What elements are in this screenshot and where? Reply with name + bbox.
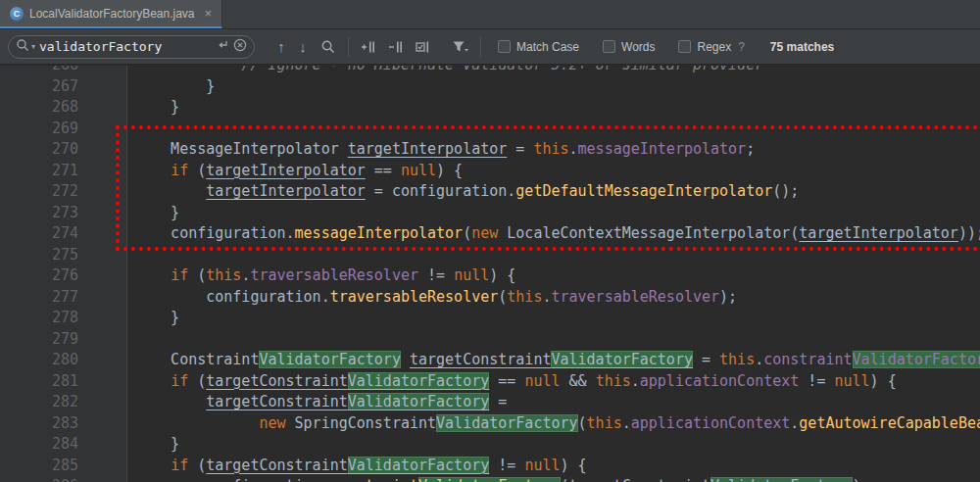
line-number[interactable]: 280 bbox=[0, 350, 78, 371]
code-text: } bbox=[78, 434, 179, 456]
line-number[interactable]: 266 bbox=[0, 66, 78, 76]
words-checkbox[interactable]: Words bbox=[603, 40, 655, 54]
checkbox-label: Words bbox=[621, 40, 655, 54]
toolbar-separator bbox=[348, 37, 349, 57]
code-line[interactable]: 266 // Ignore - no Hibernate Validator 5… bbox=[0, 66, 980, 76]
search-match: ValidatorFactory bbox=[259, 351, 401, 368]
code-text bbox=[78, 245, 135, 266]
editor-tab[interactable]: C LocalValidatorFactoryBean.java × bbox=[0, 0, 222, 28]
line-number[interactable]: 284 bbox=[0, 434, 78, 456]
regex-help-icon[interactable]: ? bbox=[738, 40, 745, 54]
line-number[interactable]: 268 bbox=[0, 97, 78, 119]
code-line[interactable]: 279 bbox=[0, 329, 980, 351]
line-number[interactable]: 279 bbox=[0, 329, 78, 351]
code-text: new SpringConstraintValidatorFactory(thi… bbox=[78, 413, 980, 435]
code-text: configuration.traversableResolver(this.t… bbox=[78, 287, 737, 309]
remove-occurrence-icon[interactable] bbox=[385, 36, 407, 58]
code-line[interactable]: 281 if (targetConstraintValidatorFactory… bbox=[0, 371, 980, 393]
code-line[interactable]: 276 if (this.traversableResolver != null… bbox=[0, 265, 980, 287]
find-bar: ▾ ↑ ↓ Match Cas bbox=[0, 29, 980, 65]
filter-icon[interactable] bbox=[450, 36, 471, 58]
clear-search-icon[interactable] bbox=[233, 38, 247, 56]
code-line[interactable]: 278 } bbox=[0, 308, 980, 329]
checkbox-label: Regex bbox=[697, 40, 731, 54]
code-text: ConstraintValidatorFactory targetConstra… bbox=[78, 350, 980, 371]
next-occurrence-button[interactable]: ↓ bbox=[292, 36, 314, 58]
search-match: ValidatorFactory bbox=[710, 477, 853, 482]
line-number[interactable]: 270 bbox=[0, 139, 78, 161]
search-match: ValidatorFactory bbox=[551, 351, 693, 368]
code-line[interactable]: 274 configuration.messageInterpolator(ne… bbox=[0, 223, 980, 245]
code-line[interactable]: 272 targetInterpolator = configuration.g… bbox=[0, 181, 980, 203]
line-number[interactable]: 271 bbox=[0, 161, 78, 182]
line-number[interactable]: 277 bbox=[0, 287, 78, 309]
checkbox-label: Match Case bbox=[516, 40, 579, 54]
code-line[interactable]: 275 bbox=[0, 245, 980, 266]
line-number[interactable]: 274 bbox=[0, 223, 78, 245]
code-text: configuration.messageInterpolator(new Lo… bbox=[78, 223, 980, 245]
line-number[interactable]: 276 bbox=[0, 265, 78, 287]
search-field[interactable]: ▾ bbox=[8, 35, 255, 59]
code-text: MessageInterpolator targetInterpolator =… bbox=[78, 139, 755, 161]
line-number[interactable]: 267 bbox=[0, 76, 78, 98]
line-number[interactable]: 286 bbox=[0, 476, 78, 482]
search-match: ValidatorFactory bbox=[418, 477, 561, 482]
code-line[interactable]: 268 } bbox=[0, 97, 980, 119]
search-match: ValidatorFactory bbox=[853, 351, 980, 368]
code-line[interactable]: 277 configuration.traversableResolver(th… bbox=[0, 287, 980, 309]
code-text bbox=[78, 119, 135, 140]
line-number[interactable]: 273 bbox=[0, 203, 78, 224]
tab-close-icon[interactable]: × bbox=[205, 6, 213, 21]
toolbar-separator bbox=[480, 37, 481, 57]
code-text: if (targetConstraintValidatorFactory != … bbox=[78, 456, 587, 477]
code-text: if (targetConstraintValidatorFactory == … bbox=[78, 371, 897, 393]
code-text: // Ignore - no Hibernate Validator 5.2+ … bbox=[78, 66, 763, 76]
search-input[interactable] bbox=[39, 39, 212, 54]
code-line[interactable]: 270 MessageInterpolator targetInterpolat… bbox=[0, 139, 980, 161]
code-text: if (this.traversableResolver != null) { bbox=[78, 265, 515, 287]
code-line[interactable]: 269 bbox=[0, 119, 980, 140]
checkbox-box bbox=[678, 40, 691, 53]
code-text: } bbox=[78, 97, 179, 119]
code-line[interactable]: 267 } bbox=[0, 76, 980, 98]
java-class-icon: C bbox=[10, 7, 24, 21]
add-occurrence-icon[interactable] bbox=[358, 36, 379, 58]
search-history-caret-icon[interactable]: ▾ bbox=[31, 42, 35, 51]
line-number[interactable]: 272 bbox=[0, 181, 78, 203]
line-number[interactable]: 285 bbox=[0, 456, 78, 477]
code-line[interactable]: 286 configuration.constraintValidatorFac… bbox=[0, 476, 980, 482]
line-number[interactable]: 283 bbox=[0, 413, 78, 435]
code-text: } bbox=[78, 203, 179, 224]
code-line[interactable]: 271 if (targetInterpolator == null) { bbox=[0, 161, 980, 182]
line-number[interactable]: 281 bbox=[0, 371, 78, 393]
match-case-checkbox[interactable]: Match Case bbox=[498, 40, 579, 54]
tab-title: LocalValidatorFactoryBean.java bbox=[29, 7, 195, 21]
code-line[interactable]: 280 ConstraintValidatorFactory targetCon… bbox=[0, 350, 980, 371]
line-number[interactable]: 282 bbox=[0, 392, 78, 413]
regex-checkbox[interactable]: Regex bbox=[678, 40, 731, 54]
code-text: targetConstraintValidatorFactory = bbox=[78, 392, 507, 413]
code-text: targetInterpolator = configuration.getDe… bbox=[78, 181, 799, 203]
select-all-occurrences-icon[interactable] bbox=[413, 36, 434, 58]
code-editor[interactable]: 266 // Ignore - no Hibernate Validator 5… bbox=[0, 66, 980, 482]
code-text: } bbox=[78, 76, 215, 98]
code-line[interactable]: 282 targetConstraintValidatorFactory = bbox=[0, 392, 980, 413]
code-text: configuration.constraintValidatorFactory… bbox=[78, 476, 870, 482]
match-count: 75 matches bbox=[770, 40, 834, 54]
code-line[interactable]: 273 } bbox=[0, 203, 980, 224]
find-all-icon[interactable] bbox=[318, 36, 339, 58]
search-match: ValidatorFactory bbox=[348, 393, 490, 410]
editor-tab-bar: C LocalValidatorFactoryBean.java × bbox=[0, 0, 980, 29]
code-line[interactable]: 284 } bbox=[0, 434, 980, 456]
code-text: } bbox=[78, 308, 179, 329]
checkbox-box bbox=[603, 40, 615, 53]
previous-occurrence-button[interactable]: ↑ bbox=[270, 36, 292, 58]
line-number[interactable]: 269 bbox=[0, 119, 78, 140]
line-number[interactable]: 278 bbox=[0, 308, 78, 329]
code-line[interactable]: 283 new SpringConstraintValidatorFactory… bbox=[0, 413, 980, 435]
code-line[interactable]: 285 if (targetConstraintValidatorFactory… bbox=[0, 456, 980, 477]
search-match: ValidatorFactory bbox=[348, 457, 490, 474]
line-number[interactable]: 275 bbox=[0, 245, 78, 266]
newline-icon[interactable] bbox=[216, 38, 229, 56]
search-match: ValidatorFactory bbox=[348, 372, 490, 390]
